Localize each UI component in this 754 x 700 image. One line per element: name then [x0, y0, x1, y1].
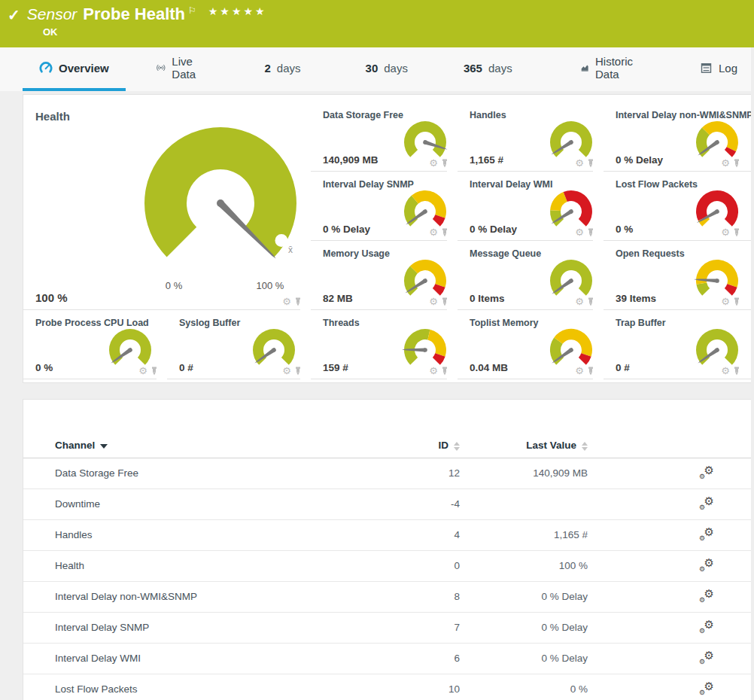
gauge-cell: Open Requests 39 Items ⚙	[604, 241, 754, 310]
gear-icon[interactable]: ⚙	[575, 227, 584, 237]
gear-icon[interactable]: ⚙	[429, 227, 438, 237]
tab-label: 30	[366, 62, 379, 75]
table-row[interactable]: Interval Delay SNMP 7 0 % Delay ⚙⚙	[23, 612, 753, 643]
tab-live-data[interactable]: Live Data	[139, 47, 221, 91]
channel-last-value: 0 % Delay	[460, 643, 588, 674]
gauge-value: 0 % Delay	[470, 224, 517, 235]
channel-last-value: 0 % Delay	[460, 612, 588, 643]
sensor-header: ✓ Sensor Probe Health ⚐ ★★★★★ OK	[0, 0, 754, 47]
table-row[interactable]: Downtime -4 ⚙⚙	[23, 488, 753, 519]
gauge-cell: Toplist Memory 0.04 MB ⚙	[458, 310, 604, 379]
status-ok-check-icon: ✓	[8, 6, 20, 24]
pin-icon[interactable]	[441, 297, 448, 306]
tab-label: days	[277, 62, 301, 75]
gear-icon[interactable]: ⚙	[575, 297, 584, 306]
column-header-id[interactable]: ID	[385, 434, 460, 458]
pin-icon[interactable]	[294, 367, 302, 376]
pin-icon[interactable]	[441, 367, 448, 376]
channel-settings-gear-icon[interactable]: ⚙⚙	[699, 496, 714, 510]
tab-log[interactable]: Log	[683, 47, 754, 91]
gauge-scale-max: 100 %	[244, 280, 296, 291]
pin-icon[interactable]	[441, 228, 448, 237]
table-row[interactable]: Lost Flow Packets 10 0 % ⚙⚙	[23, 674, 753, 700]
pin-icon[interactable]	[587, 297, 594, 306]
gauge-title: Data Storage Free	[323, 110, 403, 120]
pin-icon[interactable]	[587, 159, 594, 168]
pin-icon[interactable]	[587, 228, 594, 237]
gear-icon[interactable]: ⚙	[575, 158, 584, 168]
column-header-last-value[interactable]: Last Value	[460, 434, 588, 458]
gear-icon[interactable]: ⚙	[721, 158, 730, 168]
pin-icon[interactable]	[587, 367, 594, 376]
gauge-cell: Probe Process CPU Load 0 % ⚙	[23, 310, 167, 379]
table-row[interactable]: Interval Delay non-WMI&SNMP 8 0 % Delay …	[23, 581, 753, 612]
table-header-row: Channel ID Last Value	[23, 434, 753, 458]
pin-icon[interactable]	[150, 367, 158, 376]
gear-icon[interactable]: ⚙	[282, 297, 291, 306]
log-icon	[700, 62, 713, 75]
gear-icon[interactable]: ⚙	[721, 227, 730, 237]
gauge-value: 159 #	[323, 362, 348, 373]
health-gauge-chart	[144, 121, 302, 264]
channel-settings-gear-icon[interactable]: ⚙⚙	[699, 465, 714, 479]
pin-icon[interactable]	[733, 159, 740, 168]
channel-settings-gear-icon[interactable]: ⚙⚙	[699, 681, 714, 695]
tab-2-days[interactable]: 2 days	[248, 47, 318, 91]
table-row[interactable]: Interval Delay WMI 6 0 % Delay ⚙⚙	[23, 643, 753, 674]
pin-icon[interactable]	[294, 297, 302, 306]
gauge-cell: Lost Flow Packets 0 % ⚙	[604, 172, 754, 241]
gauge-title: Memory Usage	[323, 248, 390, 259]
channel-id: -4	[385, 488, 460, 519]
channel-name: Interval Delay non-WMI&SNMP	[23, 581, 385, 612]
table-row[interactable]: Handles 4 1,165 # ⚙⚙	[23, 519, 753, 550]
object-kind-label: Sensor	[27, 5, 78, 23]
pin-icon[interactable]	[441, 159, 448, 168]
pin-icon[interactable]	[733, 367, 740, 376]
channel-name: Interval Delay SNMP	[23, 612, 385, 643]
tab-label: Log	[719, 62, 737, 75]
gear-icon[interactable]: ⚙	[721, 366, 730, 376]
channel-name: Lost Flow Packets	[23, 674, 385, 700]
gauge-title: Threads	[323, 318, 360, 328]
gear-icon[interactable]: ⚙	[429, 366, 438, 376]
channel-settings-gear-icon[interactable]: ⚙⚙	[699, 650, 714, 664]
gear-icon[interactable]: ⚙	[138, 366, 147, 376]
tab-30-days[interactable]: 30 days	[349, 47, 424, 91]
gear-icon[interactable]: ⚙	[429, 297, 438, 306]
tab-historic-data[interactable]: Historic Data	[564, 47, 656, 91]
channel-id: 12	[385, 458, 460, 488]
tab-overview[interactable]: Overview	[23, 47, 126, 91]
table-row[interactable]: Health 0 100 % ⚙⚙	[23, 550, 753, 581]
gauge-value: 100 %	[35, 291, 68, 304]
gear-icon[interactable]: ⚙	[575, 366, 584, 376]
channel-last-value: 140,909 MB	[460, 458, 588, 488]
scrollbar-track[interactable]	[751, 47, 754, 700]
channel-settings-gear-icon[interactable]: ⚙⚙	[699, 527, 714, 540]
gear-icon[interactable]: ⚙	[282, 366, 291, 376]
table-row[interactable]: Data Storage Free 12 140,909 MB ⚙⚙	[23, 458, 753, 488]
tab-label: days	[384, 62, 408, 75]
gear-icon[interactable]: ⚙	[429, 158, 438, 168]
channel-name: Health	[23, 550, 385, 581]
gauge-value: 140,909 MB	[323, 154, 379, 166]
channel-id: 7	[385, 612, 460, 643]
channel-id: 6	[385, 643, 460, 674]
pin-icon[interactable]	[733, 297, 740, 306]
channel-id: 4	[385, 519, 460, 550]
channel-settings-gear-icon[interactable]: ⚙⚙	[699, 619, 714, 633]
priority-stars[interactable]: ★★★★★	[208, 5, 267, 17]
channel-settings-gear-icon[interactable]: ⚙⚙	[699, 589, 714, 602]
gauge-title: Open Requests	[616, 248, 685, 259]
gauge-value: 0 Items	[470, 293, 505, 304]
gauge-title: Toplist Memory	[470, 318, 538, 328]
tab-365-days[interactable]: 365 days	[447, 47, 529, 91]
gear-icon[interactable]: ⚙	[721, 297, 730, 306]
flag-icon[interactable]: ⚐	[188, 5, 196, 16]
pin-icon[interactable]	[733, 228, 740, 237]
tab-label: Historic Data	[595, 55, 640, 81]
column-header-channel[interactable]: Channel	[23, 434, 385, 458]
gauge-cell: Syslog Buffer 0 # ⚙	[167, 310, 311, 379]
channel-settings-gear-icon[interactable]: ⚙⚙	[699, 558, 714, 571]
gauge-cell: Trap Buffer 0 # ⚙	[604, 310, 754, 379]
gauge-cell: Memory Usage 82 MB ⚙	[311, 241, 458, 310]
